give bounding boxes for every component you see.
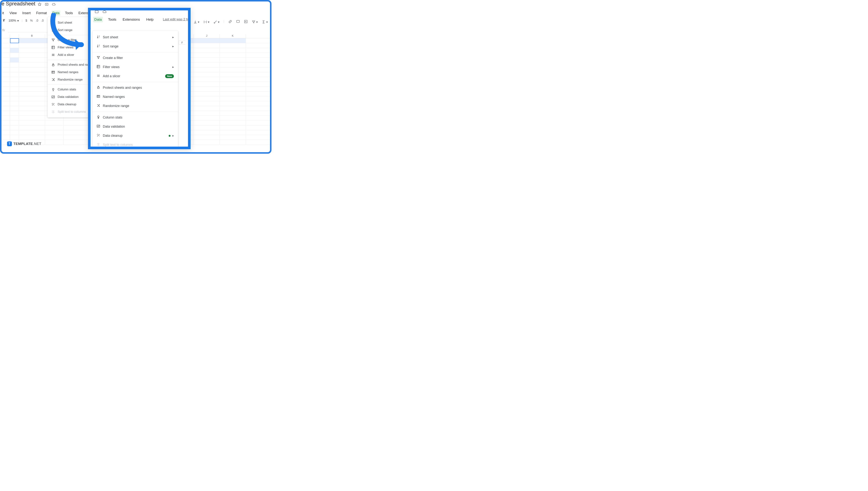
mi-label: Data cleanup xyxy=(103,134,123,138)
menu-data[interactable]: Data xyxy=(52,10,60,16)
mi-split-text: Split text to columns xyxy=(92,140,178,149)
inset-top-icons xyxy=(95,10,106,15)
mi-protect[interactable]: Protect sheets and ra xyxy=(48,61,94,68)
inset-menubar: Data Tools Extensions Help xyxy=(93,17,155,22)
selected-cell[interactable] xyxy=(10,38,19,43)
menubar-bg: it View Insert Format Data Tools Extensi… xyxy=(1,10,96,16)
svg-point-12 xyxy=(98,116,99,117)
sigma-icon[interactable]: ▾ xyxy=(262,20,268,24)
submenu-arrow-icon: ▶ xyxy=(173,45,174,48)
mi-column-stats[interactable]: Column stats xyxy=(48,86,94,93)
wm-bold: TEMPLATE xyxy=(13,142,33,146)
mi-sort-sheet[interactable]: Sort sheet xyxy=(48,19,94,26)
template-logo-icon: T xyxy=(7,141,12,146)
mi-label: Sort range xyxy=(103,45,119,48)
mi-randomize[interactable]: Randomize range xyxy=(92,102,178,111)
mi-create-filter[interactable]: Create a filter xyxy=(48,36,94,44)
inset-menu-data[interactable]: Data xyxy=(93,17,103,22)
named-ranges-icon xyxy=(96,94,100,99)
mi-label: Randomize range xyxy=(103,104,129,108)
zoom-select[interactable]: 100%▾ xyxy=(8,19,19,23)
toolbar-left: 100%▾ | $ % .0 .0 xyxy=(2,19,44,23)
mi-label: Filter views xyxy=(58,46,73,49)
mi-column-stats[interactable]: Column stats xyxy=(92,113,178,122)
filter-icon[interactable]: ▾ xyxy=(252,20,258,24)
sort-icon xyxy=(96,44,100,49)
inset-numfmt-frag: .0 xyxy=(88,27,91,31)
mi-protect[interactable]: Protect sheets and ranges xyxy=(92,83,178,92)
mi-named-ranges[interactable]: Named ranges xyxy=(92,92,178,102)
mi-label: Data validation xyxy=(103,125,125,128)
chevron-down-icon: ▾ xyxy=(208,20,209,24)
col-header[interactable]: K xyxy=(220,34,246,38)
mi-label: Sort sheet xyxy=(58,21,72,25)
dec-increase-button[interactable]: .0 xyxy=(41,19,44,22)
mi-label: Create a filter xyxy=(58,38,76,42)
doc-title[interactable]: e Spreadsheet xyxy=(1,1,35,7)
rotate-button[interactable]: ▾ xyxy=(214,20,219,24)
cloud-icon[interactable] xyxy=(52,2,56,7)
wand-icon xyxy=(96,134,100,138)
filter-icon xyxy=(96,56,100,60)
mi-add-slicer[interactable]: Add a slicer xyxy=(48,51,94,59)
filter-views-icon xyxy=(96,65,100,69)
mi-create-filter[interactable]: Create a filter xyxy=(92,53,178,62)
mi-randomize[interactable]: Randomize range xyxy=(48,76,94,83)
title-icons xyxy=(38,2,56,7)
inset-menu-extensions[interactable]: Extensions xyxy=(122,17,141,22)
mi-data-cleanup[interactable]: Data cleanup ▶ xyxy=(92,131,178,140)
mi-label: Data validation xyxy=(58,95,79,99)
menu-tools[interactable]: Tools xyxy=(64,10,74,16)
new-badge: New xyxy=(165,74,174,78)
data-menu: Sort sheet ▶ Sort range ▶ Create a filte… xyxy=(92,31,178,149)
wrap-button[interactable]: ▾ xyxy=(204,20,209,24)
mi-label: Split text to columns xyxy=(58,110,86,114)
mi-label: Add a slicer xyxy=(103,74,120,78)
valign-button[interactable]: ▾ xyxy=(193,20,199,24)
percent-button[interactable]: % xyxy=(30,19,33,22)
paint-format-icon[interactable] xyxy=(2,19,6,23)
menu-view[interactable]: View xyxy=(9,10,18,16)
last-edit-link[interactable]: Last edit was 2 h xyxy=(163,18,188,21)
col-header[interactable]: B xyxy=(19,34,45,38)
move-icon[interactable] xyxy=(45,2,49,7)
chart-icon[interactable] xyxy=(244,20,248,24)
fx-label: fx xyxy=(2,28,5,32)
submenu-arrow-icon: ▶ xyxy=(173,66,174,68)
mi-sort-range[interactable]: Sort range ▶ xyxy=(92,42,178,51)
mi-filter-views[interactable]: Filter views xyxy=(48,44,94,51)
mi-named-ranges[interactable]: Named ranges xyxy=(48,68,94,76)
star-icon[interactable] xyxy=(38,2,41,7)
mi-label: Sort sheet xyxy=(103,35,118,39)
mi-sort-range[interactable]: Sort range xyxy=(48,26,94,34)
mi-sort-sheet[interactable]: Sort sheet ▶ xyxy=(92,33,178,42)
select-all-corner[interactable] xyxy=(1,34,10,38)
validation-icon xyxy=(96,124,100,129)
dec-decrease-button[interactable]: .0 xyxy=(36,19,38,22)
mi-data-cleanup[interactable]: Data cleanup xyxy=(48,100,94,108)
svg-rect-4 xyxy=(52,64,54,66)
svg-rect-5 xyxy=(52,71,55,73)
move-icon xyxy=(95,10,99,15)
mi-label: Create a filter xyxy=(103,56,123,60)
mi-data-validation[interactable]: Data validation xyxy=(48,93,94,100)
link-icon[interactable] xyxy=(228,20,232,24)
sort-icon xyxy=(96,35,100,40)
mi-data-validation[interactable]: Data validation xyxy=(92,122,178,131)
bulb-icon xyxy=(96,115,100,120)
dot-indicator-icon xyxy=(169,135,170,137)
col-header[interactable]: J xyxy=(194,34,220,38)
inset-menu-help[interactable]: Help xyxy=(145,17,155,22)
menu-format[interactable]: Format xyxy=(35,10,48,16)
currency-button[interactable]: $ xyxy=(26,19,27,22)
mi-filter-views[interactable]: Filter views ▶ xyxy=(92,62,178,71)
mi-label: Sort range xyxy=(58,28,72,32)
inset-col-f: F xyxy=(179,40,185,45)
svg-rect-3 xyxy=(52,46,55,49)
inset-menu-tools[interactable]: Tools xyxy=(107,17,117,22)
comment-icon[interactable] xyxy=(236,20,240,24)
svg-rect-10 xyxy=(97,87,99,89)
mi-add-slicer[interactable]: Add a slicer New xyxy=(92,71,178,81)
menu-insert[interactable]: Insert xyxy=(22,10,31,16)
menu-edit[interactable]: it xyxy=(1,10,5,16)
